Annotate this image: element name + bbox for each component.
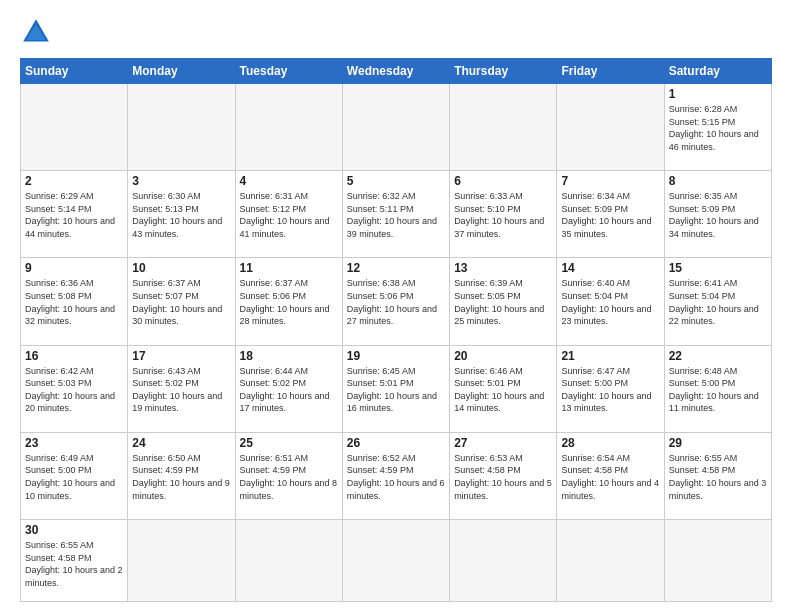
day-info: Sunrise: 6:43 AM Sunset: 5:02 PM Dayligh… — [132, 365, 230, 415]
day-number: 18 — [240, 349, 338, 363]
day-info: Sunrise: 6:48 AM Sunset: 5:00 PM Dayligh… — [669, 365, 767, 415]
day-number: 7 — [561, 174, 659, 188]
table-row: 13Sunrise: 6:39 AM Sunset: 5:05 PM Dayli… — [450, 258, 557, 345]
table-row: 20Sunrise: 6:46 AM Sunset: 5:01 PM Dayli… — [450, 345, 557, 432]
day-number: 11 — [240, 261, 338, 275]
table-row — [128, 519, 235, 601]
day-info: Sunrise: 6:54 AM Sunset: 4:58 PM Dayligh… — [561, 452, 659, 502]
day-number: 20 — [454, 349, 552, 363]
table-row: 26Sunrise: 6:52 AM Sunset: 4:59 PM Dayli… — [342, 432, 449, 519]
day-info: Sunrise: 6:45 AM Sunset: 5:01 PM Dayligh… — [347, 365, 445, 415]
day-number: 8 — [669, 174, 767, 188]
table-row — [21, 84, 128, 171]
day-info: Sunrise: 6:42 AM Sunset: 5:03 PM Dayligh… — [25, 365, 123, 415]
table-row: 11Sunrise: 6:37 AM Sunset: 5:06 PM Dayli… — [235, 258, 342, 345]
day-number: 26 — [347, 436, 445, 450]
table-row: 3Sunrise: 6:30 AM Sunset: 5:13 PM Daylig… — [128, 171, 235, 258]
table-row: 6Sunrise: 6:33 AM Sunset: 5:10 PM Daylig… — [450, 171, 557, 258]
table-row: 15Sunrise: 6:41 AM Sunset: 5:04 PM Dayli… — [664, 258, 771, 345]
day-number: 14 — [561, 261, 659, 275]
table-row: 8Sunrise: 6:35 AM Sunset: 5:09 PM Daylig… — [664, 171, 771, 258]
day-info: Sunrise: 6:49 AM Sunset: 5:00 PM Dayligh… — [25, 452, 123, 502]
day-number: 1 — [669, 87, 767, 101]
table-row: 12Sunrise: 6:38 AM Sunset: 5:06 PM Dayli… — [342, 258, 449, 345]
day-info: Sunrise: 6:55 AM Sunset: 4:58 PM Dayligh… — [669, 452, 767, 502]
table-row: 18Sunrise: 6:44 AM Sunset: 5:02 PM Dayli… — [235, 345, 342, 432]
day-header-monday: Monday — [128, 59, 235, 84]
table-row: 4Sunrise: 6:31 AM Sunset: 5:12 PM Daylig… — [235, 171, 342, 258]
day-info: Sunrise: 6:44 AM Sunset: 5:02 PM Dayligh… — [240, 365, 338, 415]
table-row: 14Sunrise: 6:40 AM Sunset: 5:04 PM Dayli… — [557, 258, 664, 345]
table-row: 10Sunrise: 6:37 AM Sunset: 5:07 PM Dayli… — [128, 258, 235, 345]
day-info: Sunrise: 6:50 AM Sunset: 4:59 PM Dayligh… — [132, 452, 230, 502]
day-info: Sunrise: 6:32 AM Sunset: 5:11 PM Dayligh… — [347, 190, 445, 240]
day-number: 10 — [132, 261, 230, 275]
table-row — [342, 84, 449, 171]
day-info: Sunrise: 6:30 AM Sunset: 5:13 PM Dayligh… — [132, 190, 230, 240]
day-number: 13 — [454, 261, 552, 275]
table-row: 23Sunrise: 6:49 AM Sunset: 5:00 PM Dayli… — [21, 432, 128, 519]
day-info: Sunrise: 6:34 AM Sunset: 5:09 PM Dayligh… — [561, 190, 659, 240]
table-row: 16Sunrise: 6:42 AM Sunset: 5:03 PM Dayli… — [21, 345, 128, 432]
day-number: 19 — [347, 349, 445, 363]
day-number: 29 — [669, 436, 767, 450]
day-number: 23 — [25, 436, 123, 450]
table-row — [557, 519, 664, 601]
table-row: 30Sunrise: 6:55 AM Sunset: 4:58 PM Dayli… — [21, 519, 128, 601]
day-info: Sunrise: 6:53 AM Sunset: 4:58 PM Dayligh… — [454, 452, 552, 502]
table-row: 5Sunrise: 6:32 AM Sunset: 5:11 PM Daylig… — [342, 171, 449, 258]
table-row — [235, 519, 342, 601]
table-row — [664, 519, 771, 601]
table-row: 25Sunrise: 6:51 AM Sunset: 4:59 PM Dayli… — [235, 432, 342, 519]
day-number: 3 — [132, 174, 230, 188]
day-header-wednesday: Wednesday — [342, 59, 449, 84]
day-number: 2 — [25, 174, 123, 188]
day-number: 24 — [132, 436, 230, 450]
day-info: Sunrise: 6:33 AM Sunset: 5:10 PM Dayligh… — [454, 190, 552, 240]
day-header-thursday: Thursday — [450, 59, 557, 84]
day-info: Sunrise: 6:40 AM Sunset: 5:04 PM Dayligh… — [561, 277, 659, 327]
table-row — [450, 84, 557, 171]
day-number: 17 — [132, 349, 230, 363]
table-row: 22Sunrise: 6:48 AM Sunset: 5:00 PM Dayli… — [664, 345, 771, 432]
table-row — [557, 84, 664, 171]
day-header-friday: Friday — [557, 59, 664, 84]
day-number: 30 — [25, 523, 123, 537]
table-row: 24Sunrise: 6:50 AM Sunset: 4:59 PM Dayli… — [128, 432, 235, 519]
day-info: Sunrise: 6:52 AM Sunset: 4:59 PM Dayligh… — [347, 452, 445, 502]
calendar-table: SundayMondayTuesdayWednesdayThursdayFrid… — [20, 58, 772, 602]
day-info: Sunrise: 6:39 AM Sunset: 5:05 PM Dayligh… — [454, 277, 552, 327]
day-header-tuesday: Tuesday — [235, 59, 342, 84]
table-row — [128, 84, 235, 171]
table-row: 27Sunrise: 6:53 AM Sunset: 4:58 PM Dayli… — [450, 432, 557, 519]
page: SundayMondayTuesdayWednesdayThursdayFrid… — [0, 0, 792, 612]
table-row: 29Sunrise: 6:55 AM Sunset: 4:58 PM Dayli… — [664, 432, 771, 519]
day-number: 9 — [25, 261, 123, 275]
table-row — [342, 519, 449, 601]
table-row: 2Sunrise: 6:29 AM Sunset: 5:14 PM Daylig… — [21, 171, 128, 258]
day-header-saturday: Saturday — [664, 59, 771, 84]
day-number: 21 — [561, 349, 659, 363]
table-row: 7Sunrise: 6:34 AM Sunset: 5:09 PM Daylig… — [557, 171, 664, 258]
day-info: Sunrise: 6:46 AM Sunset: 5:01 PM Dayligh… — [454, 365, 552, 415]
table-row — [450, 519, 557, 601]
header — [20, 16, 772, 48]
day-info: Sunrise: 6:28 AM Sunset: 5:15 PM Dayligh… — [669, 103, 767, 153]
day-info: Sunrise: 6:55 AM Sunset: 4:58 PM Dayligh… — [25, 539, 123, 589]
day-info: Sunrise: 6:37 AM Sunset: 5:07 PM Dayligh… — [132, 277, 230, 327]
table-row — [235, 84, 342, 171]
day-number: 28 — [561, 436, 659, 450]
table-row: 1Sunrise: 6:28 AM Sunset: 5:15 PM Daylig… — [664, 84, 771, 171]
day-number: 15 — [669, 261, 767, 275]
day-number: 27 — [454, 436, 552, 450]
day-info: Sunrise: 6:35 AM Sunset: 5:09 PM Dayligh… — [669, 190, 767, 240]
day-number: 22 — [669, 349, 767, 363]
day-number: 6 — [454, 174, 552, 188]
table-row: 19Sunrise: 6:45 AM Sunset: 5:01 PM Dayli… — [342, 345, 449, 432]
day-info: Sunrise: 6:37 AM Sunset: 5:06 PM Dayligh… — [240, 277, 338, 327]
day-number: 16 — [25, 349, 123, 363]
day-info: Sunrise: 6:29 AM Sunset: 5:14 PM Dayligh… — [25, 190, 123, 240]
day-info: Sunrise: 6:38 AM Sunset: 5:06 PM Dayligh… — [347, 277, 445, 327]
day-header-sunday: Sunday — [21, 59, 128, 84]
day-number: 4 — [240, 174, 338, 188]
